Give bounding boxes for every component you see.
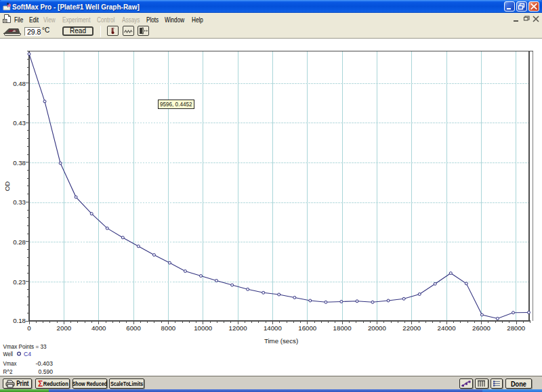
svg-text:10000: 10000	[194, 324, 213, 332]
svg-text:OD: OD	[3, 181, 11, 192]
svg-text:C4: C4	[24, 350, 32, 357]
svg-text:26000: 26000	[472, 324, 491, 332]
svg-text:Time (secs): Time (secs)	[264, 337, 298, 345]
svg-text:0: 0	[27, 324, 31, 332]
svg-text:12000: 12000	[229, 324, 248, 332]
svg-text:Vmax Points = 33: Vmax Points = 33	[3, 343, 47, 350]
svg-text:6000: 6000	[126, 324, 141, 332]
svg-text:R^2: R^2	[3, 368, 13, 375]
svg-text:16000: 16000	[298, 324, 317, 332]
svg-text:28000: 28000	[507, 324, 526, 332]
svg-text:18000: 18000	[333, 324, 352, 332]
svg-text:-0.403: -0.403	[36, 360, 54, 367]
svg-text:0.23: 0.23	[13, 278, 26, 286]
svg-text:0.38: 0.38	[13, 159, 26, 167]
svg-text:0.18: 0.18	[13, 317, 26, 324]
svg-text:0.590: 0.590	[39, 368, 54, 375]
svg-text:0.43: 0.43	[13, 119, 26, 127]
svg-text:22000: 22000	[402, 324, 421, 332]
svg-text:0.33: 0.33	[13, 198, 26, 206]
svg-text:Vmax: Vmax	[3, 360, 17, 367]
svg-text:0.48: 0.48	[13, 80, 26, 87]
svg-text:20000: 20000	[368, 324, 387, 332]
svg-text:0.28: 0.28	[13, 238, 26, 246]
svg-text:2000: 2000	[57, 324, 72, 332]
svg-text:9596, 0.4452: 9596, 0.4452	[160, 100, 192, 108]
svg-text:Well: Well	[3, 350, 14, 357]
svg-text:8000: 8000	[161, 324, 176, 332]
svg-text:4000: 4000	[91, 324, 106, 332]
svg-text:14000: 14000	[264, 324, 283, 332]
svg-text:24000: 24000	[438, 324, 457, 332]
